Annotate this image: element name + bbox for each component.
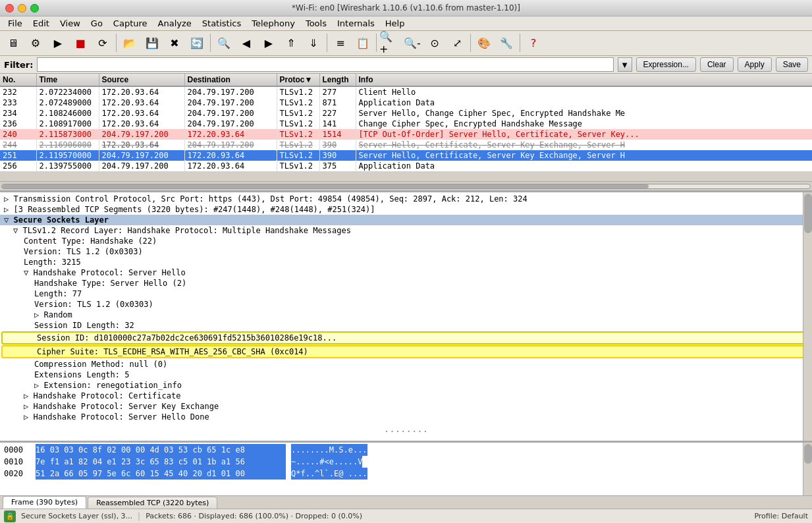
- toolbar-help-button[interactable]: ?: [523, 32, 544, 53]
- detail-line-reassembled[interactable]: ▷ [3 Reassembled TCP Segments (3220 byte…: [0, 204, 812, 215]
- tab-reassembled[interactable]: Reassembled TCP (3220 bytes): [88, 497, 217, 509]
- menu-statistics[interactable]: Statistics: [197, 17, 246, 30]
- toolbar-close-button[interactable]: ✖: [164, 32, 185, 53]
- toolbar-start-button[interactable]: ▶: [47, 32, 68, 53]
- detail-line-ext-length[interactable]: Extensions Length: 5: [0, 370, 812, 380]
- apply-button[interactable]: Apply: [738, 57, 772, 72]
- detail-line-handshake[interactable]: ▽ Handshake Protocol: Server Hello: [0, 267, 812, 278]
- detail-line-random[interactable]: ▷ Random: [0, 310, 812, 320]
- packet-list-container: No. Time Source Destination Protoc▼ Leng…: [0, 74, 812, 192]
- detail-line-server-key[interactable]: ▷ Handshake Protocol: Server Key Exchang…: [0, 401, 812, 412]
- toolbar-reload-button[interactable]: 🔄: [186, 32, 207, 53]
- menu-go[interactable]: Go: [86, 17, 108, 30]
- toolbar-restart-button[interactable]: ⟳: [92, 32, 113, 53]
- col-header-time[interactable]: Time: [36, 74, 99, 86]
- table-row[interactable]: 244 2.116906000 172.20.93.64 204.79.197.…: [0, 140, 812, 150]
- packet-list-scroll[interactable]: No. Time Source Destination Protoc▼ Leng…: [0, 74, 812, 181]
- menu-internals[interactable]: Internals: [332, 17, 380, 30]
- table-row[interactable]: 236 2.108917000 172.20.93.64 204.79.197.…: [0, 119, 812, 129]
- toolbar-zoom-out-button[interactable]: 🔍-: [402, 32, 423, 53]
- table-row[interactable]: 234 2.108246000 172.20.93.64 204.79.197.…: [0, 108, 812, 119]
- hex-vscrollbar[interactable]: [803, 443, 812, 495]
- col-header-destination[interactable]: Destination: [184, 74, 277, 86]
- detail-text: Handshake Protocol: Server Key Exchange: [33, 402, 219, 411]
- cell-time: 2.115873000: [36, 129, 99, 140]
- menu-analyze[interactable]: Analyze: [153, 17, 197, 30]
- detail-line-version[interactable]: Version: TLS 1.2 (0x0303): [0, 246, 812, 257]
- cell-dst: 172.20.93.64: [184, 150, 277, 161]
- tab-frame[interactable]: Frame (390 bytes): [3, 496, 86, 509]
- detail-line-ssl-section[interactable]: ▽ Secure Sockets Layer: [0, 215, 812, 225]
- detail-line-cipher-suite[interactable]: Cipher Suite: TLS_ECDHE_RSA_WITH_AES_256…: [1, 345, 811, 358]
- table-row[interactable]: 256 2.139755000 204.79.197.200 172.20.93…: [0, 161, 812, 171]
- detail-text: Cipher Suite: TLS_ECDHE_RSA_WITH_AES_256…: [37, 347, 308, 356]
- menu-file[interactable]: File: [3, 17, 28, 30]
- toolbar-next-button[interactable]: ▶: [258, 32, 279, 53]
- menu-tools[interactable]: Tools: [300, 17, 332, 30]
- menu-view[interactable]: View: [55, 17, 86, 30]
- toolbar-open-button[interactable]: 📂: [119, 32, 140, 53]
- toolbar-prev-button[interactable]: ◀: [236, 32, 257, 53]
- toolbar-find-button[interactable]: 🔍: [213, 32, 234, 53]
- clear-button[interactable]: Clear: [700, 57, 734, 72]
- detail-line-content-type[interactable]: Content Type: Handshake (22): [0, 236, 812, 246]
- menu-telephony[interactable]: Telephony: [246, 17, 300, 30]
- col-header-protocol[interactable]: Protoc▼: [277, 74, 319, 86]
- filter-dropdown-button[interactable]: ▼: [618, 57, 632, 72]
- toolbar-color-button[interactable]: 🎨: [474, 32, 495, 53]
- col-header-source[interactable]: Source: [99, 74, 184, 86]
- menu-help[interactable]: Help: [380, 17, 410, 30]
- toolbar-save-button[interactable]: 💾: [142, 32, 163, 53]
- toolbar-stop-button[interactable]: ■: [70, 32, 91, 53]
- detail-pane[interactable]: ▷ Transmission Control Protocol, Src Por…: [0, 192, 812, 443]
- packet-table-body: 232 2.072234000 172.20.93.64 204.79.197.…: [0, 86, 812, 171]
- table-row[interactable]: 251 2.119570000 204.79.197.200 172.20.93…: [0, 150, 812, 161]
- toolbar-zoom-100-button[interactable]: ⊙: [424, 32, 445, 53]
- detail-line-renegotiation[interactable]: ▷ Extension: renegotiation_info: [0, 380, 812, 391]
- detail-vscrollbar[interactable]: [803, 192, 812, 441]
- expression-button[interactable]: Expression...: [636, 57, 696, 72]
- detail-line-session-id-length[interactable]: Session ID Length: 32: [0, 320, 812, 331]
- detail-line-compression[interactable]: Compression Method: null (0): [0, 359, 812, 370]
- toolbar-filter-button[interactable]: 🔧: [496, 32, 517, 53]
- maximize-button[interactable]: [30, 4, 39, 13]
- detail-line-hs-length[interactable]: Length: 77: [0, 289, 812, 299]
- detail-line-tcp[interactable]: ▷ Transmission Control Protocol, Src Por…: [0, 194, 812, 204]
- toolbar-pkt-list-button[interactable]: ≡: [330, 32, 351, 53]
- toolbar-zoom-in-button[interactable]: 🔍+: [379, 32, 400, 53]
- detail-line-server-done[interactable]: ▷ Handshake Protocol: Server Hello Done: [0, 412, 812, 422]
- toolbar-options-button[interactable]: ⚙: [25, 32, 46, 53]
- hex-pane[interactable]: 0000 16 03 03 0c 8f 02 00 00 4d 03 53 cb…: [0, 443, 812, 495]
- table-row[interactable]: 240 2.115873000 204.79.197.200 172.20.93…: [0, 129, 812, 140]
- detail-line-certificate[interactable]: ▷ Handshake Protocol: Certificate: [0, 391, 812, 401]
- cell-no: 244: [0, 140, 36, 150]
- toolbar-interface-button[interactable]: 🖥: [3, 32, 24, 53]
- table-row[interactable]: 232 2.072234000 172.20.93.64 204.79.197.…: [0, 86, 812, 97]
- toolbar-pkt-detail-button[interactable]: 📋: [352, 32, 373, 53]
- detail-line-hs-version[interactable]: Version: TLS 1.2 (0x0303): [0, 299, 812, 310]
- detail-text: Extension: renegotiation_info: [43, 381, 182, 390]
- save-button[interactable]: Save: [776, 57, 808, 72]
- detail-line-session-id[interactable]: Session ID: d1010000c27a7b02dc2ce630691f…: [1, 331, 811, 344]
- col-header-info[interactable]: Info: [356, 74, 812, 86]
- table-row[interactable]: 233 2.072489000 172.20.93.64 204.79.197.…: [0, 97, 812, 108]
- filter-input[interactable]: [37, 57, 613, 72]
- close-button[interactable]: [5, 4, 14, 13]
- detail-line-tls-record[interactable]: ▽ TLSv1.2 Record Layer: Handshake Protoc…: [0, 225, 812, 236]
- toolbar-down-button[interactable]: ⇓: [303, 32, 324, 53]
- filter-label: Filter:: [4, 60, 33, 70]
- detail-line-length[interactable]: Length: 3215: [0, 257, 812, 267]
- toolbar-jump-button[interactable]: ⇑: [281, 32, 302, 53]
- hex-row: 0020 51 2a 66 05 97 5e 6c 60 15 45 40 20…: [4, 468, 808, 480]
- cell-dst: 204.79.197.200: [184, 108, 277, 119]
- detail-line-handshake-type[interactable]: Handshake Type: Server Hello (2): [0, 278, 812, 289]
- col-header-no[interactable]: No.: [0, 74, 36, 86]
- menu-edit[interactable]: Edit: [28, 17, 55, 30]
- packet-hscrollbar[interactable]: [0, 181, 812, 190]
- col-header-length[interactable]: Length: [319, 74, 356, 86]
- cell-no: 236: [0, 119, 36, 129]
- toolbar-resize-button[interactable]: ⤢: [447, 32, 468, 53]
- minimize-button[interactable]: [18, 4, 26, 13]
- cell-len: 141: [319, 119, 356, 129]
- menu-capture[interactable]: Capture: [108, 17, 153, 30]
